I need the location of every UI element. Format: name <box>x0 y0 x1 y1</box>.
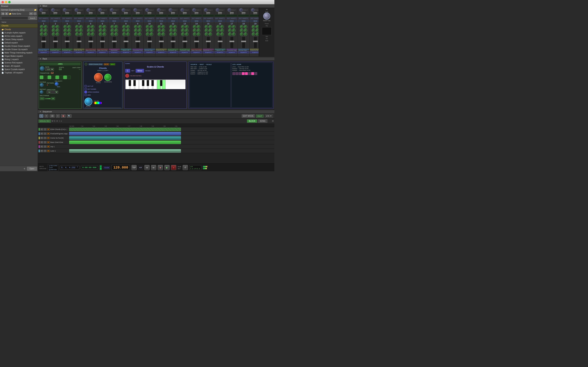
ch-name-5[interactable]: Bass One'o'One <box>97 49 108 51</box>
ch-name-9[interactable]: German Engineerin <box>144 49 155 51</box>
knob-6-6[interactable] <box>114 33 118 36</box>
send-12[interactable]: SEND <box>179 20 190 22</box>
knob-3-2[interactable] <box>63 29 67 32</box>
send-5[interactable]: SEND <box>97 20 108 22</box>
fader-11[interactable] <box>171 37 175 48</box>
scales-piano-key-7[interactable] <box>142 80 145 86</box>
send-13[interactable]: SEND <box>191 20 202 22</box>
btn-17[interactable]: Button 4 <box>242 12 245 14</box>
scales-piano-key-2[interactable] <box>129 80 131 86</box>
knob-4-11[interactable] <box>173 29 177 32</box>
btn-14[interactable]: Button 4 <box>207 12 210 14</box>
browser-search-button[interactable]: Search <box>29 17 37 20</box>
knob-3-9[interactable] <box>146 29 149 32</box>
knob-2-1[interactable] <box>56 25 59 29</box>
seg-btn-0[interactable]: SEQ▸RACK <box>38 51 49 53</box>
send-14[interactable]: SEND <box>203 20 214 22</box>
snap-button[interactable]: SNAP <box>256 115 264 118</box>
record-btn[interactable]: ● <box>171 165 176 170</box>
knob-1-11[interactable] <box>169 25 173 29</box>
fader-handle-1[interactable] <box>53 41 58 42</box>
track-s-1[interactable]: S <box>44 133 46 135</box>
knob-4-14[interactable] <box>208 29 212 32</box>
repeat-knob[interactable] <box>40 90 43 94</box>
btn-11[interactable]: Button 4 <box>171 12 175 14</box>
knob-5-18[interactable] <box>252 33 255 36</box>
knob-1-13[interactable] <box>193 25 196 29</box>
btn-6[interactable]: Button 4 <box>112 12 116 14</box>
pink-step-6[interactable] <box>248 72 251 75</box>
seg-btn-11[interactable]: SEQ▸RACK <box>167 51 179 53</box>
knob-3-7[interactable] <box>122 29 126 32</box>
knob-4-9[interactable] <box>150 29 153 32</box>
scales-piano[interactable] <box>125 79 186 89</box>
knob-1-8[interactable] <box>134 25 138 29</box>
ch-name-14[interactable]: HeyHerbie 1.copy <box>203 49 214 51</box>
rotary4-13[interactable] <box>192 8 196 12</box>
ch-name-4[interactable]: Bass One'o'One <box>85 49 96 51</box>
fader-handle-12[interactable] <box>182 41 187 42</box>
rotary4-11[interactable] <box>169 8 172 12</box>
track-timeline-5[interactable] <box>69 149 274 153</box>
knob-1-16[interactable] <box>228 25 232 29</box>
step-6[interactable] <box>59 75 63 79</box>
seg-btn-5[interactable]: SEQ▸RACK <box>97 51 108 53</box>
btn-9[interactable]: Button 4 <box>148 12 151 14</box>
mixer-collapse-icon[interactable]: ▼ <box>39 5 41 7</box>
stop-btn[interactable]: ■ <box>158 165 163 170</box>
fader-handle-3[interactable] <box>77 41 81 42</box>
knob-3-6[interactable] <box>111 29 114 32</box>
knob-5-12[interactable] <box>181 33 185 36</box>
knob-6-16[interactable] <box>232 33 236 36</box>
send-10[interactable]: SEND <box>156 20 167 22</box>
fast-forward-btn[interactable]: ⏭ <box>151 165 156 170</box>
fader-12[interactable] <box>183 37 187 48</box>
ch-name-18[interactable]: Come So Far [K] <box>250 49 259 51</box>
send-7[interactable]: SEND <box>120 20 131 22</box>
rotary4-4[interactable] <box>86 8 90 12</box>
browser-item-5[interactable]: 📄Double Octave Down.repatch <box>0 44 38 48</box>
ch-name-0[interactable]: German Engineerin <box>38 49 49 51</box>
step-3[interactable] <box>48 75 51 79</box>
track-m-1[interactable]: M <box>40 133 43 135</box>
send-3[interactable]: SEND <box>73 20 85 22</box>
browser-forward-button[interactable]: ▶ <box>5 12 9 15</box>
edit-mode-btn[interactable]: EDIT MODE <box>242 114 255 118</box>
track-timeline-0[interactable] <box>69 127 274 131</box>
mix-icon[interactable]: ≡ <box>61 120 62 122</box>
close-button[interactable] <box>1 1 4 3</box>
rotary4-1[interactable] <box>51 8 55 12</box>
track-timeline-1[interactable] <box>69 132 274 136</box>
edit-inserts-0[interactable]: EDIT INSERTS <box>38 17 49 19</box>
fader-13[interactable] <box>195 37 198 48</box>
pink-step-1[interactable] <box>233 72 235 75</box>
edit-inserts-7[interactable]: EDIT INSERTS <box>120 17 131 19</box>
maximize-button[interactable] <box>8 1 11 3</box>
knob-6-13[interactable] <box>197 33 200 36</box>
scales-piano-key-11[interactable] <box>151 80 154 86</box>
knob-5-0[interactable] <box>40 33 43 36</box>
loop-btn[interactable]: ↺ <box>183 165 188 170</box>
send-9[interactable]: SEND <box>144 20 155 22</box>
track-clip-1[interactable] <box>69 132 181 135</box>
track-s-5[interactable]: S <box>44 150 46 152</box>
knob-5-14[interactable] <box>205 33 208 36</box>
rotary4-14[interactable] <box>204 8 208 12</box>
edit-inserts-14[interactable]: EDIT INSERTS <box>203 17 214 19</box>
knob-2-11[interactable] <box>173 25 177 29</box>
pink-step-3[interactable] <box>239 72 242 75</box>
rotary4-18[interactable] <box>251 8 255 12</box>
browser-item-10[interactable]: 📄Science Roll.repatch <box>0 61 38 64</box>
ch-name-3[interactable]: Come So Far [K] <box>73 49 85 51</box>
knob-2-17[interactable] <box>244 25 247 29</box>
browser-back-button[interactable]: ◀ <box>1 12 5 15</box>
btn-16[interactable]: Button 4 <box>230 12 234 14</box>
btn-13[interactable]: Button 4 <box>195 12 198 14</box>
track-timeline-4[interactable] <box>69 144 274 149</box>
scales-piano-key-9[interactable] <box>147 80 149 86</box>
knob-3-13[interactable] <box>193 29 196 32</box>
rotary4-6[interactable] <box>110 8 113 12</box>
knob-3-4[interactable] <box>87 29 91 32</box>
edit-inserts-1[interactable]: EDIT INSERTS <box>50 17 61 19</box>
knob-3-11[interactable] <box>169 29 173 32</box>
